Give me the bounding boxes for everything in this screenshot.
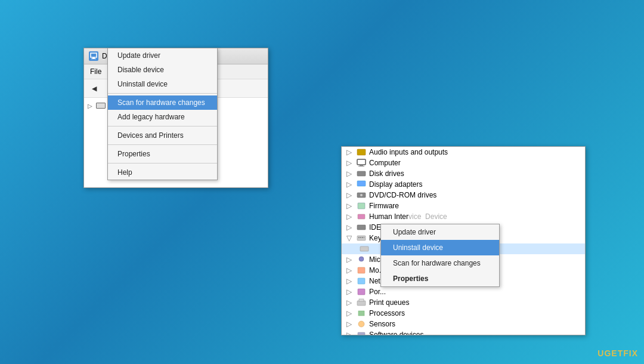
svg-rect-23	[358, 289, 365, 295]
tree-disk[interactable]: ▷ Disk drives	[342, 168, 585, 179]
expand-icon: ▷	[346, 320, 354, 328]
disk-icon	[357, 169, 366, 178]
ctx-update-driver[interactable]: Update driver	[381, 224, 499, 240]
dvd-icon	[357, 191, 366, 199]
net-icon	[357, 277, 366, 285]
tree-label: Print queues	[369, 298, 409, 307]
menu-scan-hardware[interactable]: Scan for hardware changes	[108, 95, 217, 110]
print-icon	[357, 298, 366, 307]
tree-firmware[interactable]: ▷ Firmware	[342, 200, 585, 211]
tree-dvd[interactable]: ▷ DVD/CD-ROM drives	[342, 190, 585, 200]
hid-icon	[357, 212, 366, 221]
expand-icon: ▷	[346, 180, 354, 189]
svg-point-27	[358, 321, 364, 327]
svg-rect-8	[357, 181, 366, 186]
svg-rect-14	[357, 236, 366, 240]
expand-icon: ▷	[346, 298, 354, 307]
tree-label: Computer	[369, 159, 401, 167]
svg-rect-13	[357, 225, 366, 230]
svg-rect-19	[360, 246, 369, 251]
expand-icon: ▷	[346, 277, 354, 285]
tree-proc[interactable]: ▷ Processors	[342, 308, 585, 319]
tree-label: Display adapters	[369, 180, 422, 189]
menu-file[interactable]: File	[84, 66, 107, 78]
expand-icon: ▷	[346, 159, 354, 167]
tree-software[interactable]: ▷ Software devices	[342, 329, 585, 335]
menu-add-legacy[interactable]: Add legacy hardware	[108, 110, 217, 124]
tree-label: Human Intervice Device	[369, 212, 447, 221]
keyboard-icon-right	[357, 234, 366, 242]
expand-icon: ▷	[346, 266, 354, 274]
watermark: UGETFIX	[597, 348, 638, 358]
tree-label: Processors	[369, 309, 405, 317]
tree-sensor[interactable]: ▷ Sensors	[342, 319, 585, 329]
svg-rect-4	[357, 159, 366, 165]
tree-label: Sensors	[369, 320, 395, 328]
watermark-text: UGET	[597, 348, 623, 358]
separator-2	[108, 126, 217, 127]
svg-rect-16	[360, 237, 361, 238]
titlebar-icon	[89, 51, 98, 61]
tree-audio[interactable]: ▷ Audio inputs and outputs	[342, 147, 585, 158]
tree-label: Audio inputs and outputs	[369, 148, 448, 156]
ide-icon	[357, 223, 366, 232]
por-icon	[357, 288, 366, 296]
expand-icon: ▷	[346, 331, 354, 335]
svg-rect-28	[358, 332, 365, 335]
menu-help[interactable]: Help	[108, 165, 217, 180]
tree-label: DVD/CD-ROM drives	[369, 191, 436, 199]
svg-rect-25	[359, 299, 364, 301]
svg-rect-2	[91, 58, 96, 59]
svg-rect-3	[357, 149, 366, 155]
menu-disable-device[interactable]: Disable device	[108, 63, 217, 77]
sensor-icon	[357, 320, 366, 328]
expand-icon: ▷	[346, 309, 354, 317]
watermark-highlight: FIX	[623, 348, 638, 358]
ctx-uninstall-device[interactable]: Uninstall device	[381, 240, 499, 255]
svg-rect-7	[357, 171, 366, 176]
keyboard-icon	[96, 103, 106, 109]
software-icon	[357, 331, 366, 335]
svg-rect-0	[91, 53, 97, 57]
tree-hid[interactable]: ▷ Human Intervice Device	[342, 211, 585, 222]
display-icon	[357, 180, 366, 189]
svg-point-20	[359, 257, 364, 261]
expand-icon: ▷	[346, 255, 354, 264]
back-btn[interactable]: ◀	[88, 82, 101, 95]
expand-arrow: ▷	[88, 103, 94, 109]
computer-icon	[357, 159, 366, 167]
tree-label: Por...	[369, 288, 386, 296]
expand-icon: ▽	[346, 234, 354, 242]
audio-icon	[357, 148, 366, 156]
svg-rect-17	[362, 237, 363, 238]
svg-rect-15	[358, 237, 360, 238]
tree-print[interactable]: ▷ Print queues	[342, 297, 585, 308]
expand-icon: ▷	[346, 169, 354, 178]
menu-devices-printers[interactable]: Devices and Printers	[108, 128, 217, 143]
tree-label: Firmware	[369, 202, 399, 210]
menu-uninstall-device[interactable]: Uninstall device	[108, 77, 217, 91]
separator-1	[108, 93, 217, 94]
svg-rect-18	[364, 237, 364, 238]
menu-update-driver[interactable]: Update driver	[108, 48, 217, 63]
separator-4	[108, 163, 217, 164]
svg-rect-12	[358, 214, 365, 219]
tree-computer[interactable]: ▷ Computer	[342, 158, 585, 168]
tree-display[interactable]: ▷ Display adapters	[342, 179, 585, 190]
menu-properties[interactable]: Properties	[108, 147, 217, 161]
svg-rect-6	[358, 166, 364, 166]
context-menu-right: Update driver Uninstall device Scan for …	[380, 224, 500, 287]
firmware-icon	[357, 202, 366, 210]
tree-por[interactable]: ▷ Por...	[342, 286, 585, 297]
svg-rect-21	[358, 267, 365, 273]
expand-icon: ▷	[346, 202, 354, 210]
expand-icon: ▷	[346, 288, 354, 296]
separator-3	[108, 144, 217, 145]
expand-icon: ▷	[346, 191, 354, 199]
tree-label: Software devices	[369, 331, 423, 335]
mo-icon	[357, 266, 366, 274]
ctx-properties[interactable]: Properties	[381, 271, 499, 286]
expand-icon: ▷	[346, 212, 354, 221]
expand-icon: ▷	[346, 148, 354, 156]
ctx-scan-hardware[interactable]: Scan for hardware changes	[381, 255, 499, 271]
